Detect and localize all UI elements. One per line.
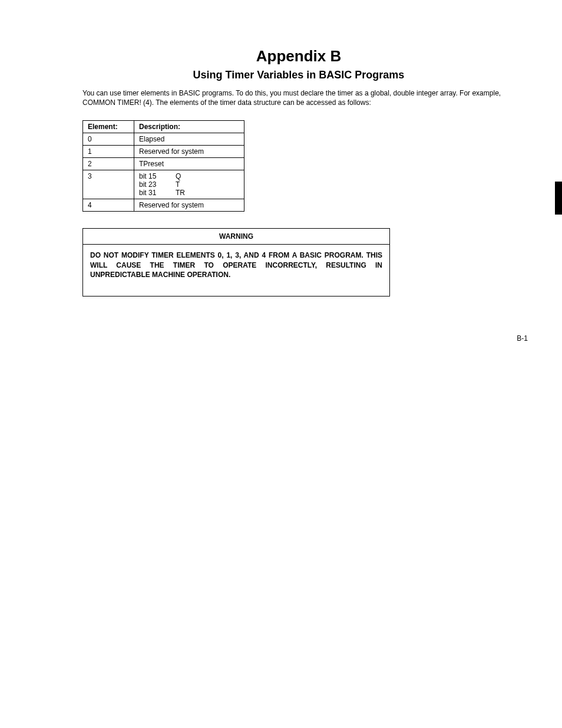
table-row: 3 bit 15Q bit 23T bit 31TR <box>83 170 244 199</box>
cell-description: Reserved for system <box>134 199 244 212</box>
bit-value: Q <box>176 172 181 180</box>
page-number: B-1 <box>517 334 528 342</box>
timer-elements-table: Element: Description: 0 Elapsed 1 Reserv… <box>82 120 244 212</box>
table-row: 2 TPreset <box>83 158 244 170</box>
bit-label: bit 23 <box>139 180 176 189</box>
cell-element: 3 <box>83 170 134 199</box>
cell-description: bit 15Q bit 23T bit 31TR <box>134 170 244 199</box>
bit-label: bit 31 <box>139 189 176 197</box>
bit-value: TR <box>176 189 185 197</box>
warning-heading: WARNING <box>83 229 389 245</box>
appendix-title: Appendix B <box>82 47 515 65</box>
warning-box: WARNING DO NOT MODIFY TIMER ELEMENTS 0, … <box>82 228 390 297</box>
page-content: Appendix B Using Timer Variables in BASI… <box>0 0 562 320</box>
intro-paragraph: You can use timer elements in BASIC prog… <box>82 88 515 107</box>
cell-description: TPreset <box>134 158 244 170</box>
cell-description: Reserved for system <box>134 146 244 158</box>
section-subtitle: Using Timer Variables in BASIC Programs <box>82 69 515 81</box>
cell-element: 0 <box>83 133 134 146</box>
cell-element: 1 <box>83 146 134 158</box>
header-element: Element: <box>83 121 134 133</box>
table-row: 1 Reserved for system <box>83 146 244 158</box>
side-tab-marker <box>555 182 562 215</box>
cell-element: 2 <box>83 158 134 170</box>
table-row: 0 Elapsed <box>83 133 244 146</box>
cell-description: Elapsed <box>134 133 244 146</box>
bit-value: T <box>176 180 180 189</box>
table-header-row: Element: Description: <box>83 121 244 133</box>
bit-label: bit 15 <box>139 172 176 180</box>
table-row: 4 Reserved for system <box>83 199 244 212</box>
warning-body: DO NOT MODIFY TIMER ELEMENTS 0, 1, 3, AN… <box>83 245 389 296</box>
cell-element: 4 <box>83 199 134 212</box>
header-description: Description: <box>134 121 244 133</box>
